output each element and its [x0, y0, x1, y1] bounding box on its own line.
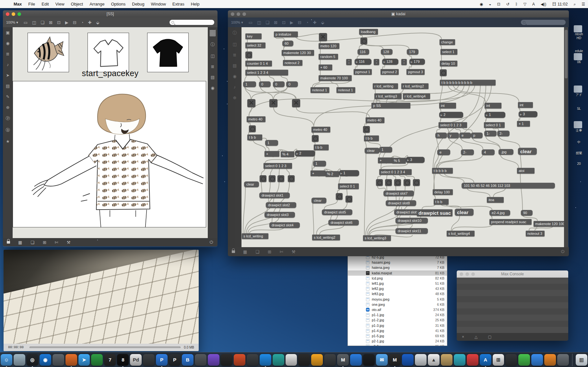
dock-icon-app-green-1[interactable] — [91, 354, 103, 366]
file-row-p1-3.jpg[interactable]: p1-3.jpg31 KB — [348, 323, 447, 328]
max-object-box-atoi[interactable]: atoi — [517, 168, 535, 174]
max-message-box-2[interactable]: 2- — [497, 131, 510, 136]
ss-left-icon-6[interactable]: ✎ — [6, 94, 10, 99]
max-message-box-e[interactable]: e — [437, 149, 450, 155]
max-message-box-drawpict-slot11[interactable]: drawpict slot11 — [395, 228, 428, 234]
max-bang-button[interactable] — [336, 193, 343, 200]
max-object-box-select-1[interactable]: select 1 — [441, 49, 457, 55]
max-message-box-h[interactable]: h — [435, 132, 447, 138]
max-bang-button[interactable] — [269, 175, 276, 182]
max-number-box-1[interactable]: ▶1 — [339, 170, 359, 176]
status-icon-5[interactable]: ▽ — [521, 2, 529, 6]
max-message-box-0[interactable]: 0 — [273, 81, 285, 87]
lcd-drawing-canvas[interactable] — [13, 81, 206, 227]
kadai-toolbar-icon-5[interactable]: ▶ — [290, 20, 293, 25]
file-row-p2-1.jpg[interactable]: p2-1.jpg24 KB — [348, 338, 447, 344]
max-object-box-makenote-120-30[interactable]: makenote 120 30 — [282, 50, 314, 56]
menu-help[interactable]: Help — [188, 2, 203, 6]
dock-icon-app-gray-6[interactable] — [557, 354, 569, 366]
file-browser-window[interactable]: h2-5.jpg72 KBhasami.jpeg7 KBhatena.jpeg7… — [347, 256, 447, 346]
max-object-box-counter-0-1-4[interactable]: counter 0 1 4 — [245, 61, 272, 66]
lock-icon[interactable] — [232, 250, 235, 253]
max-number-box-116[interactable]: ▶116 — [355, 59, 371, 65]
max-object-box-t-b-b-b-b[interactable]: t b b b b — [432, 168, 453, 174]
max-message-box-drawpict-slot4[interactable]: drawpict slot4 — [269, 222, 300, 228]
max-bang-button[interactable] — [360, 38, 367, 44]
kadai-left-icon-4[interactable]: ◉ — [233, 74, 236, 79]
max-object-box-t-b-b[interactable]: t b b — [247, 134, 262, 140]
file-row-p1-1.jpg[interactable]: p1-1.jpg24 KB — [348, 312, 447, 317]
max-object-box-select-32[interactable]: select 32 — [245, 42, 265, 48]
max-object-box-int[interactable]: int — [518, 102, 533, 108]
max-message-box-2[interactable]: 2- — [461, 149, 474, 155]
max-bang-button[interactable] — [288, 175, 295, 182]
ss-toolbar-icon-2[interactable]: ❏ — [41, 20, 44, 25]
dock-icon-app-dark-5[interactable]: M — [389, 354, 401, 366]
ss-toolbar-icon-8[interactable]: ✚ — [88, 20, 92, 25]
max-bang-button[interactable] — [385, 179, 392, 186]
search-input[interactable] — [170, 20, 214, 25]
max-object-box-r-lcd-writing2[interactable]: r lcd_writing2 — [401, 83, 429, 89]
menu-max[interactable]: Max — [10, 2, 25, 6]
max-message-box-clear[interactable]: clear — [244, 181, 259, 187]
dock-icon-app-dark-2[interactable] — [221, 354, 232, 366]
status-icon-1[interactable]: ◒ — [486, 2, 494, 6]
max-message-box-drawpict-slot1[interactable]: drawpict slot1 — [259, 192, 290, 198]
menu-clock[interactable]: 日 11:02 — [549, 1, 570, 7]
menu-window[interactable]: Window — [148, 2, 169, 6]
ss-left-icon-4[interactable]: ➤ — [6, 73, 10, 78]
file-row-hasami.jpeg[interactable]: hasami.jpeg7 KB — [348, 260, 447, 265]
video-window[interactable]: 00:00:00 0.0 MB — [4, 250, 199, 351]
max-object-box-metro-120[interactable]: metro 120 — [319, 43, 339, 49]
max-object-box-noteout-2[interactable]: noteout 2 — [283, 60, 302, 66]
kadai-toolbar-icon-1[interactable]: ◫ — [257, 20, 261, 25]
max-object-box-int[interactable]: int — [439, 103, 456, 109]
max-object-box-select-0-1[interactable]: select 0 1 — [484, 122, 505, 128]
file-row-p2-2.jpg[interactable]: p2-2.jpg25 KB — [348, 344, 447, 346]
max-message-box-clear[interactable]: clear — [455, 209, 474, 216]
file-row-hatena.jpeg[interactable]: hatena.jpeg7 KB — [348, 265, 447, 270]
max-toggle[interactable]: ✕ — [269, 99, 277, 107]
kadai-bottom-icon-1[interactable]: ❏ — [255, 249, 259, 254]
max-object-box-noteout-1[interactable]: noteout 1 — [336, 87, 355, 93]
max-message-box-0[interactable]: 0 — [259, 81, 271, 87]
dock-icon-app-blue-3[interactable] — [350, 354, 362, 366]
max-object-box-pgmout-2[interactable]: pgmout 2 — [381, 69, 399, 75]
desktop-icon-label[interactable]: 20 — [570, 162, 588, 166]
status-icon-4[interactable]: ᛒ — [512, 2, 521, 6]
dock-icon-firefox[interactable] — [65, 354, 77, 366]
dock-icon-app-gray-2[interactable] — [143, 354, 155, 366]
kadai-title-bar[interactable]: ▣ kadai — [228, 10, 569, 17]
max-message-box-p[interactable]: p — [471, 132, 483, 138]
max-number-box-179[interactable]: ▶179 — [409, 59, 425, 65]
max-object-box-4[interactable]: % 4 — [281, 151, 294, 157]
dock-icon-dashboard[interactable] — [14, 354, 25, 366]
max-object-box-r-lcd-writing4[interactable]: r lcd_writing4 — [403, 93, 430, 99]
ss-toolbar-icon-3[interactable]: ⊠ — [49, 20, 53, 25]
kadai-scrollbar[interactable] — [564, 27, 568, 247]
menu-view[interactable]: View — [52, 2, 68, 6]
zoom-level-dropdown[interactable]: 100% ▾ — [6, 20, 18, 25]
max-number-box-3[interactable]: ▶3 — [519, 111, 537, 117]
file-row-moyou.jpeg[interactable]: moyou.jpeg5 KB — [348, 297, 447, 302]
max-message-box-128[interactable]: 128 — [381, 49, 393, 55]
kadai-left-icon-3[interactable]: ▤ — [233, 63, 237, 68]
max-message-box-1[interactable]: 1 — [379, 147, 392, 153]
desktop-icon-label[interactable]: 士事 — [570, 128, 588, 133]
kadai-patch-canvas[interactable]: keyselect 32counter 0 1 4select 1 2 3 41… — [241, 27, 564, 247]
ss-right-palette[interactable]: ⓘ◫≣▤◉ — [208, 27, 218, 238]
kadai-left-icon-6[interactable]: ⊕ — [233, 95, 237, 100]
max-message-box-179[interactable]: 179 — [407, 49, 418, 55]
desktop-icon-label[interactable]: 授業 — [570, 151, 588, 155]
max-object-box-metro-40[interactable]: metro 40 — [247, 116, 265, 122]
max-number-spinner[interactable]: ▲▼ — [401, 59, 407, 65]
menu-file[interactable]: File — [25, 2, 38, 6]
ss-right-icon-1[interactable]: ◫ — [211, 53, 215, 58]
dock-icon-app-dark-6[interactable] — [505, 354, 517, 366]
max-object-box-pgmout-3[interactable]: pgmout 3 — [406, 69, 425, 75]
ss-right-icon-0[interactable]: ⓘ — [211, 42, 215, 48]
max-bang-button[interactable] — [413, 179, 420, 186]
max-object-box-5[interactable]: % 5 — [392, 158, 406, 164]
file-row-left1.jpg[interactable]: left1.jpg51 KB — [348, 281, 447, 286]
file-row-lcd.png[interactable]: lcd.png82 KB — [348, 276, 447, 281]
